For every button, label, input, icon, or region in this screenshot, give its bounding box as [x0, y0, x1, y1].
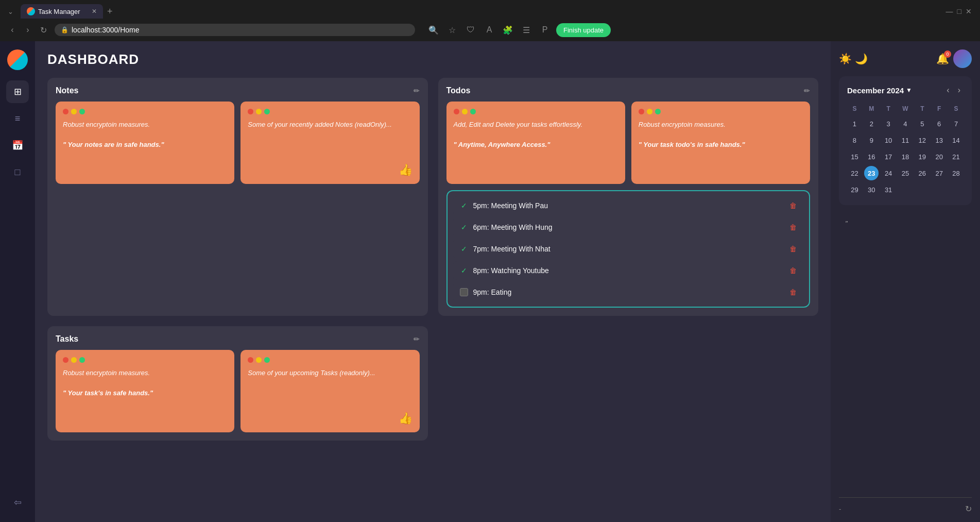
notification-bell[interactable]: 🔔 0 — [936, 53, 949, 65]
back-button[interactable]: ‹ — [6, 24, 19, 36]
cal-day-31[interactable]: 31 — [881, 182, 896, 197]
todo-delete-3[interactable]: 🗑 — [789, 245, 797, 253]
reload-button[interactable]: ↻ — [37, 24, 49, 36]
dot-green-2 — [264, 109, 270, 114]
cal-day-30[interactable]: 30 — [864, 182, 879, 197]
refresh-icon[interactable]: ↻ — [965, 504, 972, 514]
list-icon: ≡ — [15, 113, 21, 124]
todo-checkbox-1[interactable]: ✓ — [460, 201, 468, 210]
cal-day-21[interactable]: 21 — [949, 149, 964, 164]
tasks-edit-button[interactable]: ✏ — [414, 335, 420, 343]
cal-day-13[interactable]: 13 — [932, 133, 947, 147]
todo-delete-4[interactable]: 🗑 — [789, 266, 797, 275]
cal-day-7[interactable]: 7 — [949, 116, 964, 131]
todos-list-container: ✓ 5pm: Meeting With Pau 🗑 ✓ 6pm: Meeting… — [446, 190, 811, 308]
todo-checkbox-4[interactable]: ✓ — [460, 266, 468, 275]
menu-icon[interactable]: ☰ — [519, 23, 534, 37]
weather-icons: ☀️ 🌙 — [839, 53, 868, 65]
cal-day-10[interactable]: 10 — [881, 133, 896, 147]
cal-day-9[interactable]: 9 — [864, 133, 879, 147]
search-icon[interactable]: 🔍 — [426, 23, 441, 37]
cal-day-empty-2 — [915, 182, 930, 197]
tab-close-button[interactable]: ✕ — [92, 8, 97, 15]
todo-delete-5[interactable]: 🗑 — [789, 288, 797, 296]
dot-red — [63, 109, 68, 114]
cal-day-20[interactable]: 20 — [932, 149, 947, 164]
cal-day-5[interactable]: 5 — [915, 116, 930, 131]
cal-day-11[interactable]: 11 — [898, 133, 913, 147]
page-title: DASHBOARD — [47, 52, 818, 68]
todo-list: ✓ 5pm: Meeting With Pau 🗑 ✓ 6pm: Meeting… — [453, 196, 804, 301]
cal-day-15[interactable]: 15 — [847, 149, 862, 164]
todo-delete-1[interactable]: 🗑 — [789, 201, 797, 210]
dot-red-2 — [248, 109, 253, 114]
app-layout: ⊞ ≡ 📅 □ ⇦ DASHBOARD Notes ✏ — [0, 41, 980, 522]
todos-edit-button[interactable]: ✏ — [804, 87, 810, 95]
next-month-button[interactable]: › — [955, 85, 964, 96]
cal-day-empty-4 — [949, 182, 964, 197]
bookmark-icon[interactable]: ☆ — [445, 23, 459, 37]
extensions-icon[interactable]: 🧩 — [501, 23, 515, 37]
tasks-panel: Tasks ✏ Robust encryptoin measures. " — [47, 326, 428, 441]
avatar-icon[interactable]: P — [538, 23, 552, 37]
notes-edit-button[interactable]: ✏ — [414, 87, 420, 95]
close-button[interactable]: ✕ — [966, 7, 972, 15]
todo-delete-2[interactable]: 🗑 — [789, 223, 797, 231]
cal-day-6[interactable]: 6 — [932, 116, 947, 131]
dropdown-icon[interactable]: ▼ — [906, 87, 912, 94]
new-tab-button[interactable]: + — [103, 6, 117, 17]
url-text: localhost:3000/Home — [72, 26, 140, 34]
cal-day-12[interactable]: 12 — [915, 133, 930, 147]
card-dots-2 — [248, 109, 412, 114]
sidebar: ⊞ ≡ 📅 □ ⇦ — [0, 41, 35, 522]
window-nav-area: ⌄ — [4, 5, 16, 18]
todo-checkbox-5[interactable] — [460, 288, 468, 296]
profile-icon[interactable]: A — [482, 23, 496, 37]
cal-day-16[interactable]: 16 — [864, 149, 879, 164]
cal-day-4[interactable]: 4 — [898, 116, 913, 131]
cal-day-22[interactable]: 22 — [847, 166, 862, 180]
cal-day-3[interactable]: 3 — [881, 116, 896, 131]
maximize-button[interactable]: □ — [957, 7, 961, 15]
notes-icon: □ — [15, 167, 21, 178]
todo-item-3: ✓ 7pm: Meeting With Nhat 🗑 — [453, 240, 804, 258]
cal-day-25[interactable]: 25 — [898, 166, 913, 180]
cal-day-26[interactable]: 26 — [915, 166, 930, 180]
cal-day-28[interactable]: 28 — [949, 166, 964, 180]
cal-day-8[interactable]: 8 — [847, 133, 862, 147]
dot-yellow-tk1 — [71, 357, 77, 363]
card-dots-1 — [63, 109, 227, 114]
sidebar-item-dashboard[interactable]: ⊞ — [6, 80, 29, 103]
browser-tab-active[interactable]: Task Manager ✕ — [21, 4, 103, 19]
cal-day-2[interactable]: 2 — [864, 116, 879, 131]
cal-day-empty-3 — [932, 182, 947, 197]
forward-button[interactable]: › — [22, 24, 34, 36]
todo-checkbox-3[interactable]: ✓ — [460, 245, 468, 253]
quote-section: " — [839, 213, 972, 233]
cal-day-1[interactable]: 1 — [847, 116, 862, 131]
prev-month-button[interactable]: ‹ — [943, 85, 952, 96]
cal-day-14[interactable]: 14 — [949, 133, 964, 147]
sidebar-item-calendar[interactable]: 📅 — [6, 134, 29, 157]
dashboard-icon: ⊞ — [14, 86, 22, 97]
todo-checkbox-2[interactable]: ✓ — [460, 223, 468, 231]
cal-day-29[interactable]: 29 — [847, 182, 862, 197]
url-bar[interactable]: 🔒 localhost:3000/Home — [55, 24, 415, 36]
logout-button[interactable]: ⇦ — [6, 491, 29, 514]
user-avatar[interactable] — [953, 49, 972, 68]
cal-day-18[interactable]: 18 — [898, 149, 913, 164]
shield-icon[interactable]: 🛡 — [463, 23, 478, 37]
cal-day-17[interactable]: 17 — [881, 149, 896, 164]
sidebar-item-tasks-list[interactable]: ≡ — [6, 107, 29, 130]
sidebar-item-notes[interactable]: □ — [6, 161, 29, 183]
cal-day-27[interactable]: 27 — [932, 166, 947, 180]
cal-day-23-today[interactable]: 23 — [864, 166, 879, 180]
cal-day-19[interactable]: 19 — [915, 149, 930, 164]
note-card-2-text: Some of your recently added Notes (readO… — [248, 120, 412, 163]
minimize-button[interactable]: — — [946, 7, 953, 15]
chevron-down-icon[interactable]: ⌄ — [8, 8, 13, 15]
todos-top-cards: Add, Edit and Delete your tasks effortle… — [446, 102, 811, 184]
finish-update-button[interactable]: Finish update — [556, 23, 611, 37]
task-card-1: Robust encryptoin measures. " Your task'… — [56, 350, 234, 432]
cal-day-24[interactable]: 24 — [881, 166, 896, 180]
